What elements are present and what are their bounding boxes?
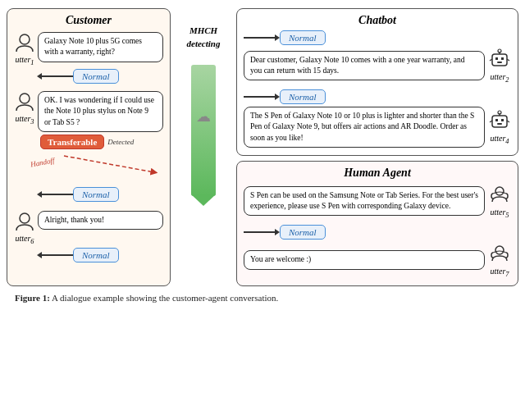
headset-avatar-5 (488, 183, 511, 206)
arrow-right-bot1 (244, 37, 276, 39)
utter1-avatar-col: utter1 (14, 32, 35, 66)
mhch-title-text: MHCH detecting (187, 25, 221, 48)
badge-bot-row2: Normal (244, 89, 511, 104)
utter2-avatar-col: utter2 (488, 48, 511, 84)
handoff-arrow (14, 152, 163, 176)
caption-text: A dialogue example showing the customer-… (52, 293, 278, 303)
bubble-cust3: OK. I was wondering if I could use the N… (38, 91, 163, 132)
utter5-row: S Pen can be used on the Samsung Note or… (244, 183, 511, 219)
svg-point-9 (498, 49, 501, 52)
utter2-row: Dear customer, Galaxy Note 10 comes with… (244, 48, 511, 84)
utter7-avatar-col: utter7 (488, 242, 511, 278)
arrow-right-human (244, 231, 276, 233)
customer-avatar-6 (14, 211, 35, 232)
utter1-row: utter1 Galaxy Note 10 plus 5G comes with… (14, 32, 163, 66)
svg-rect-15 (497, 123, 502, 125)
svg-rect-12 (492, 116, 507, 127)
utter3-label: utter3 (15, 114, 34, 126)
svg-point-20 (495, 187, 504, 195)
cloud-icon: ☁ (196, 107, 211, 126)
arrowhead-left-mid (37, 191, 42, 198)
utter4-row: The S Pen of Galaxy Note 10 or 10 plus i… (244, 107, 511, 148)
bubble-cust1: Galaxy Note 10 plus 5G comes with a warr… (38, 32, 163, 62)
utter7-row: You are welcome :) utter7 (244, 242, 511, 278)
badge-transferable: Transferable (40, 135, 104, 149)
badge-normal-bot2: Normal (280, 89, 326, 104)
spacer2 (14, 176, 163, 185)
badge-normal-bot1: Normal (280, 30, 326, 45)
headset-avatar-7 (488, 242, 511, 265)
utter3-row: utter3 OK. I was wondering if I could us… (14, 91, 163, 132)
customer-avatar-3 (14, 91, 35, 112)
diagram: Customer utter1 Galaxy Note 10 plus 5G c… (0, 0, 525, 329)
svg-rect-7 (497, 62, 502, 63)
badge-normal-mid: Normal (73, 187, 119, 202)
badge-cust1-row: Normal (40, 69, 163, 84)
mhch-arrow-container: ☁ (191, 58, 216, 196)
utter5-avatar-col: utter5 (488, 183, 511, 219)
customer-column: Customer utter1 Galaxy Note 10 plus 5G c… (7, 8, 171, 286)
svg-rect-6 (501, 57, 504, 60)
right-column: Chatbot Normal Dear customer, Galaxy Not… (236, 8, 518, 286)
utter6-label: utter6 (15, 234, 34, 245)
utter6-avatar-col: utter6 (14, 211, 35, 245)
mhch-title: MHCH detecting (187, 25, 221, 50)
badge-normal-human: Normal (280, 225, 326, 240)
badge-bot-row1: Normal (244, 30, 511, 45)
utter3-avatar-col: utter3 (14, 91, 35, 126)
human-agent-title: Human Agent (244, 167, 511, 180)
arrowhead-right-bot1 (275, 34, 280, 41)
robot-avatar-4 (488, 109, 511, 132)
spacer3 (14, 204, 163, 211)
badge-normal-cust1: Normal (73, 69, 119, 84)
human-section: Human Agent S Pen can be used on the Sam… (236, 161, 518, 286)
chatbot-section: Chatbot Normal Dear customer, Galaxy Not… (236, 8, 518, 156)
svg-point-3 (20, 213, 30, 223)
svg-rect-14 (501, 119, 504, 121)
utter5-label: utter5 (490, 208, 509, 219)
svg-rect-4 (492, 54, 507, 66)
detected-label: Detected (107, 138, 134, 146)
mhch-arrow-down (191, 65, 216, 196)
utter4-avatar-col: utter4 (488, 109, 511, 145)
arrow-left-cust6 (40, 254, 73, 256)
bubble-bot4: The S Pen of Galaxy Note 10 or 10 plus i… (244, 107, 485, 148)
svg-rect-13 (495, 119, 498, 121)
bubble-cust6: Alright, thank you! (38, 211, 163, 230)
utter2-label: utter2 (490, 72, 509, 84)
arrowhead-right-bot2 (275, 94, 280, 100)
bubble-human7: You are welcome :) (244, 250, 485, 269)
arrow-left-cust1 (40, 75, 73, 77)
bubble-human5: S Pen can be used on the Samsung Note or… (244, 186, 485, 217)
badge-transferable-row: Transferable Detected (40, 135, 163, 149)
handoff-area: Handoff (14, 152, 163, 176)
customer-title: Customer (14, 14, 163, 27)
svg-point-0 (20, 34, 30, 44)
utter1-label: utter1 (15, 55, 34, 66)
arrowhead-right-human (275, 229, 280, 235)
svg-line-2 (64, 156, 154, 172)
svg-point-1 (20, 94, 30, 103)
bubble-bot2: Dear customer, Galaxy Note 10 comes with… (244, 51, 485, 81)
arrowhead-left-cust6 (37, 252, 42, 258)
customer-avatar-1 (14, 32, 35, 53)
utter7-label: utter7 (490, 267, 509, 278)
badge-human-row: Normal (244, 225, 511, 240)
arrowhead-left-cust1 (37, 73, 42, 80)
chatbot-title: Chatbot (244, 14, 511, 27)
badge-cust6-row: Normal (40, 248, 163, 262)
badge-normal-mid-row: Normal (40, 187, 163, 202)
robot-avatar-2 (488, 48, 511, 71)
badge-normal-cust6: Normal (73, 248, 119, 262)
utter6-row: utter6 Alright, thank you! (14, 211, 163, 245)
figure-caption: Figure 1: A dialogue example showing the… (7, 286, 518, 305)
mhch-column: MHCH detecting ☁ (171, 8, 236, 286)
arrow-left-mid (40, 194, 73, 195)
svg-rect-5 (495, 57, 498, 60)
utter4-label: utter4 (490, 134, 509, 145)
arrow-right-bot2 (244, 96, 276, 98)
caption-label: Figure 1: (15, 293, 50, 303)
main-row: Customer utter1 Galaxy Note 10 plus 5G c… (7, 8, 518, 286)
svg-point-21 (495, 246, 504, 254)
